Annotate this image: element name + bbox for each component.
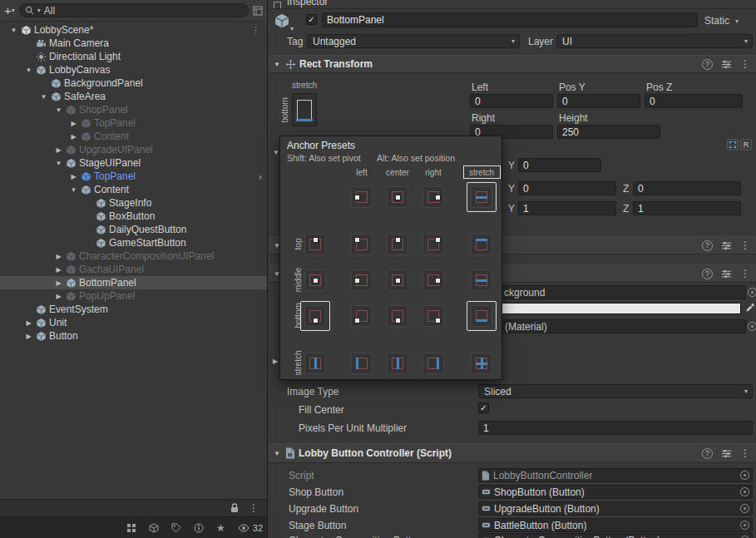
anchor-preset-top-left[interactable] [351, 234, 373, 255]
anchor-preset-middle-left[interactable] [351, 269, 373, 291]
pos-y-field[interactable]: 0 [557, 94, 640, 108]
tree-item-bottompanel[interactable]: ▶BottomPanel [0, 276, 267, 289]
scene-visibility-window-icon[interactable] [253, 6, 263, 16]
info-icon[interactable] [194, 523, 204, 533]
tree-item-content[interactable]: ▶Content [0, 130, 267, 143]
character-composition-object-field[interactable]: CharacterCompositionButton (Button) [478, 533, 753, 538]
lobby-button-controller-header[interactable]: ▼ Lobby Button Controller (Script) ? ⋮ [269, 443, 756, 463]
upgrade-button-object-field[interactable]: UpgradeButton (Button) [478, 501, 753, 516]
tree-item-charactercompositionuipanel[interactable]: ▶CharacterCompositionUIPanel [0, 249, 267, 263]
kebab-icon[interactable]: ⋮ [740, 58, 750, 70]
tree-item-directional-light[interactable]: Directional Light [0, 50, 267, 63]
gameobject-icon[interactable] [274, 12, 290, 29]
anchor-preset-button[interactable] [292, 93, 317, 126]
object-picker-icon[interactable] [748, 322, 756, 331]
tree-item-gamestartbutton[interactable]: GameStartButton [0, 236, 267, 249]
presets-icon[interactable] [721, 449, 732, 458]
script-object-field[interactable]: LobbyButtonController [478, 468, 753, 482]
anchor-preset-stretch-right[interactable] [422, 353, 444, 374]
anchor-preset-bottom-stretch[interactable] [471, 305, 492, 327]
tree-item-eventsystem[interactable]: EventSystem [0, 303, 267, 316]
tree-item-lobbyscene[interactable]: ▼LobbyScene*⋮ [0, 23, 267, 37]
foldout-expanded-icon[interactable]: ▼ [8, 27, 19, 34]
tree-item-backgroundpanel[interactable]: BackgroundPanel [0, 77, 267, 90]
foldout-collapsed-icon[interactable]: ▶ [23, 319, 34, 327]
object-picker-icon[interactable] [740, 504, 749, 513]
star-icon[interactable]: ★ [216, 523, 225, 533]
foldout-collapsed-icon[interactable]: ▶ [68, 173, 79, 180]
tree-item-dailyquestbutton[interactable]: DailyQuestButton [0, 223, 267, 236]
help-icon[interactable]: ? [702, 448, 713, 459]
anchors-foldout-icon[interactable]: ▼ [273, 149, 279, 156]
static-caret-icon[interactable]: ▾ [735, 17, 739, 25]
tree-item-upgradeuipanel[interactable]: ▶UpgradeUIPanel [0, 143, 267, 156]
foldout-collapsed-icon[interactable]: ▶ [53, 253, 64, 260]
anchor-preset-middle-none[interactable] [304, 269, 326, 291]
scene-visibility-count[interactable]: 32 [238, 523, 263, 533]
tag-icon[interactable] [171, 523, 181, 533]
tree-item-shoppanel[interactable]: ▼ShopPanel [0, 103, 267, 116]
anchor-preset-stretch-none[interactable] [304, 353, 326, 374]
tree-item-boxbutton[interactable]: BoxButton [0, 210, 267, 223]
anchor-preset-stretch-stretch[interactable] [471, 353, 492, 374]
hierarchy-search-input[interactable]: ▾ All [19, 3, 249, 17]
anchor-preset-stretch-center[interactable] [387, 353, 408, 374]
rotation-z-field[interactable]: 0 [633, 181, 741, 195]
anchor-preset-none-left[interactable] [351, 186, 373, 208]
tag-dropdown[interactable]: Untagged ▾ [307, 34, 520, 48]
kebab-icon[interactable]: ⋮ [740, 268, 750, 279]
pos-z-field[interactable]: 0 [645, 94, 743, 108]
fill-center-checkbox[interactable]: ✓ [478, 402, 489, 413]
foldout-expanded-icon[interactable]: ▼ [53, 160, 64, 167]
anchor-preset-none-center[interactable] [387, 186, 408, 208]
active-checkbox[interactable]: ✓ [306, 14, 317, 25]
anchor-preset-none-right[interactable] [422, 186, 444, 208]
anchor-min-y-field[interactable]: 0 [518, 158, 601, 172]
raw-edit-mode-button[interactable]: R [740, 139, 752, 151]
tree-item-toppanel[interactable]: ▶TopPanel [0, 116, 267, 130]
anchor-preset-bottom-center[interactable] [387, 305, 408, 327]
anchor-preset-middle-stretch[interactable] [471, 269, 492, 291]
prefab-open-chevron-icon[interactable]: › [259, 170, 267, 183]
stage-button-object-field[interactable]: BattleButton (Button) [478, 518, 753, 532]
create-menu-button[interactable]: +▾ [4, 4, 15, 17]
tree-item-button[interactable]: ▶Button [0, 329, 267, 343]
anchor-preset-bottom-right[interactable] [422, 305, 444, 327]
lock-icon[interactable] [230, 503, 239, 513]
kebab-icon[interactable]: ⋮ [251, 25, 267, 36]
object-picker-icon[interactable] [748, 288, 756, 297]
gameobject-icon-caret[interactable]: ▾ [290, 25, 294, 32]
foldout-expanded-icon[interactable]: ▼ [274, 450, 285, 457]
foldout-expanded-icon[interactable]: ▼ [23, 67, 34, 74]
foldout-collapsed-icon[interactable]: ▶ [68, 133, 79, 141]
object-picker-icon[interactable] [740, 521, 749, 530]
foldout-expanded-icon[interactable]: ▼ [38, 93, 49, 101]
tree-item-gachauipanel[interactable]: ▶GachaUIPanel [0, 263, 267, 276]
anchor-preset-none-stretch[interactable] [471, 186, 492, 208]
help-icon[interactable]: ? [702, 59, 713, 70]
scale-y-field[interactable]: 1 [518, 201, 616, 215]
foldout-collapsed-icon[interactable]: ▶ [53, 146, 64, 154]
rect-transform-header[interactable]: ▼ Rect Transform ? ⋮ [269, 55, 756, 73]
tree-item-unit[interactable]: ▶Unit [0, 316, 267, 329]
hidden-foldout-icon[interactable]: ▶ [273, 358, 278, 365]
object-picker-icon[interactable] [740, 471, 749, 480]
foldout-collapsed-icon[interactable]: ▶ [68, 120, 79, 127]
presets-icon[interactable] [721, 269, 732, 279]
anchor-preset-top-none[interactable] [304, 234, 326, 255]
eyedropper-icon[interactable] [745, 303, 755, 313]
ppu-field[interactable]: 1 [478, 421, 753, 435]
anchor-preset-top-center[interactable] [387, 234, 408, 255]
layer-dropdown[interactable]: UI ▾ [556, 34, 753, 48]
kebab-icon[interactable]: ⋮ [740, 239, 750, 251]
blueprint-mode-button[interactable] [727, 139, 739, 151]
anchor-preset-top-stretch[interactable] [471, 234, 492, 255]
foldout-expanded-icon[interactable]: ▼ [68, 186, 79, 194]
anchor-preset-stretch-left[interactable] [351, 353, 373, 374]
tree-item-safearea[interactable]: ▼SafeArea [0, 90, 267, 103]
kebab-icon[interactable]: ⋮ [740, 447, 750, 459]
tree-item-stageinfo[interactable]: StageInfo [0, 196, 267, 210]
object-picker-icon[interactable] [740, 487, 749, 496]
foldout-expanded-icon[interactable]: ▼ [53, 106, 64, 114]
image-type-dropdown[interactable]: Sliced ▾ [478, 384, 753, 398]
